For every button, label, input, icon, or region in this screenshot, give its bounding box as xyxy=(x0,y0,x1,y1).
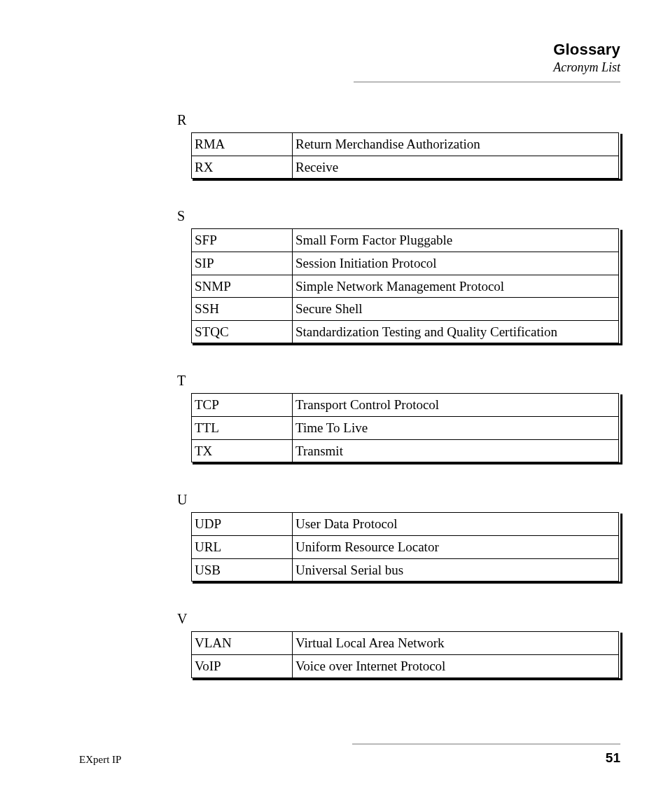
page: Glossary Acronym List R RMA Return Merch… xyxy=(0,0,668,812)
definition-cell: Simple Network Management Protocol xyxy=(293,275,619,298)
definition-cell: Uniform Resource Locator xyxy=(293,536,619,559)
table-u: UDP User Data Protocol URL Uniform Resou… xyxy=(191,512,619,582)
footer-page-number: 51 xyxy=(606,750,620,766)
definition-cell: Universal Serial bus xyxy=(293,558,619,582)
acronym-cell: UDP xyxy=(192,513,293,536)
definition-cell: Receive xyxy=(293,156,619,179)
acronym-cell: TX xyxy=(192,439,293,462)
page-footer: EXpert IP 51 xyxy=(79,749,620,766)
page-header: Glossary Acronym List xyxy=(553,41,620,75)
definition-cell: Voice over Internet Protocol xyxy=(293,654,619,677)
definition-cell: Virtual Local Area Network xyxy=(293,632,619,655)
acronym-cell: VoIP xyxy=(192,654,293,677)
header-rule xyxy=(354,81,620,83)
table-t: TCP Transport Control Protocol TTL Time … xyxy=(191,393,619,462)
table-row: TCP Transport Control Protocol xyxy=(192,394,619,417)
header-subtitle: Acronym List xyxy=(553,60,620,75)
acronym-cell: RX xyxy=(192,156,293,179)
acronym-cell: URL xyxy=(192,536,293,559)
table-row: VLAN Virtual Local Area Network xyxy=(192,632,619,655)
definition-cell: Transport Control Protocol xyxy=(293,394,619,417)
table-row: SIP Session Initiation Protocol xyxy=(192,252,619,275)
section-label-s: S xyxy=(177,208,620,224)
definition-cell: Secure Shell xyxy=(293,298,619,321)
acronym-cell: SFP xyxy=(192,229,293,252)
section-label-t: T xyxy=(177,373,620,389)
section-label-r: R xyxy=(177,112,620,128)
section-label-v: V xyxy=(177,611,620,627)
definition-cell: Time To Live xyxy=(293,417,619,440)
definition-cell: Session Initiation Protocol xyxy=(293,252,619,275)
acronym-cell: SSH xyxy=(192,298,293,321)
table-row: RX Receive xyxy=(192,156,619,179)
section-label-u: U xyxy=(177,492,620,508)
table-row: SSH Secure Shell xyxy=(192,298,619,321)
content: R RMA Return Merchandise Authorization R… xyxy=(177,104,620,708)
table-row: URL Uniform Resource Locator xyxy=(192,536,619,559)
definition-cell: Return Merchandise Authorization xyxy=(293,133,619,156)
table-r: RMA Return Merchandise Authorization RX … xyxy=(191,132,619,179)
definition-cell: Small Form Factor Pluggable xyxy=(293,229,619,252)
definition-cell: User Data Protocol xyxy=(293,513,619,536)
table-row: RMA Return Merchandise Authorization xyxy=(192,133,619,156)
table-row: VoIP Voice over Internet Protocol xyxy=(192,654,619,677)
table-v: VLAN Virtual Local Area Network VoIP Voi… xyxy=(191,631,619,677)
table-row: UDP User Data Protocol xyxy=(192,513,619,536)
definition-cell: Standardization Testing and Quality Cert… xyxy=(293,320,619,343)
table-row: STQC Standardization Testing and Quality… xyxy=(192,320,619,343)
acronym-cell: RMA xyxy=(192,133,293,156)
acronym-cell: SNMP xyxy=(192,275,293,298)
table-s: SFP Small Form Factor Pluggable SIP Sess… xyxy=(191,228,619,343)
definition-cell: Transmit xyxy=(293,439,619,462)
footer-product: EXpert IP xyxy=(79,754,121,766)
acronym-cell: TCP xyxy=(192,394,293,417)
table-row: SNMP Simple Network Management Protocol xyxy=(192,275,619,298)
acronym-cell: USB xyxy=(192,558,293,582)
header-title: Glossary xyxy=(553,41,620,59)
footer-rule xyxy=(352,743,620,745)
acronym-cell: VLAN xyxy=(192,632,293,655)
acronym-cell: SIP xyxy=(192,252,293,275)
table-row: TX Transmit xyxy=(192,439,619,462)
table-row: TTL Time To Live xyxy=(192,417,619,440)
table-row: USB Universal Serial bus xyxy=(192,558,619,582)
acronym-cell: TTL xyxy=(192,417,293,440)
acronym-cell: STQC xyxy=(192,320,293,343)
table-row: SFP Small Form Factor Pluggable xyxy=(192,229,619,252)
